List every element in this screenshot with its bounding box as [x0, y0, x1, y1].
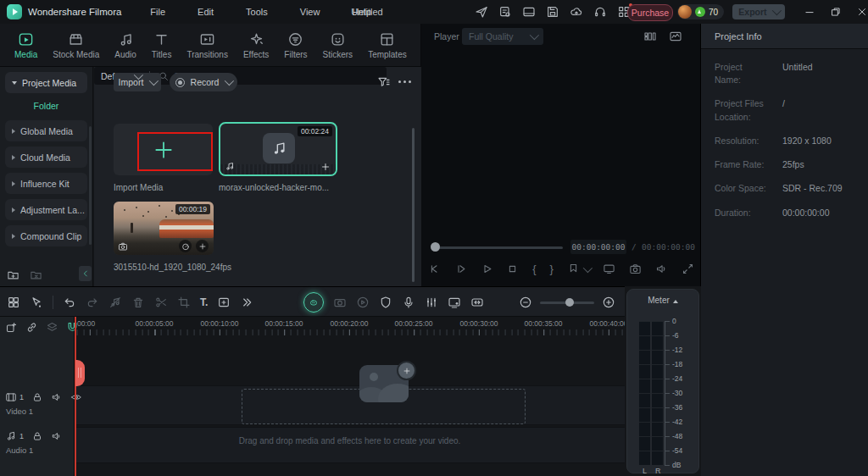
tab-transitions[interactable]: Transitions	[181, 31, 234, 59]
next-frame-button[interactable]	[454, 263, 467, 275]
minimize-button[interactable]	[804, 6, 815, 18]
menu-file[interactable]: File	[150, 7, 165, 17]
text-tool-button[interactable]: T.	[200, 296, 208, 308]
media-item-audio[interactable]: 00:02:24	[219, 122, 337, 176]
playhead-line[interactable]	[75, 317, 76, 476]
share-icon[interactable]	[475, 5, 488, 19]
screen-recorder-icon[interactable]	[448, 296, 461, 309]
speed-ramp-icon[interactable]	[333, 296, 347, 309]
timeline-ruler[interactable]: 00:00 00:00:05:00 00:00:10:00 00:00:15:0…	[75, 317, 625, 335]
tab-filters[interactable]: Filters	[278, 31, 313, 59]
mute-track-icon[interactable]	[51, 430, 63, 442]
layout-icon[interactable]	[522, 5, 536, 19]
fit-timeline-icon[interactable]	[470, 296, 484, 309]
tab-titles[interactable]: Titles	[146, 31, 178, 59]
media-browser-toggle-icon[interactable]	[7, 296, 20, 309]
previous-frame-button[interactable]	[428, 263, 441, 275]
media-item-video[interactable]: 00:00:19	[114, 202, 214, 255]
tab-stickers[interactable]: Stickers	[317, 31, 359, 59]
volume-button[interactable]	[655, 263, 668, 275]
menu-edit[interactable]: Edit	[198, 7, 214, 17]
cloud-upload-icon[interactable]	[570, 5, 583, 19]
account-credits[interactable]: 70	[677, 4, 724, 19]
snapshot-button[interactable]	[629, 263, 642, 275]
audio-mixer-icon[interactable]	[425, 296, 438, 309]
save-icon[interactable]	[546, 5, 559, 19]
undo-button[interactable]	[63, 296, 76, 309]
more-options-icon[interactable]	[398, 80, 412, 83]
copyright-shield-icon[interactable]	[379, 296, 392, 309]
new-folder-icon[interactable]	[7, 268, 19, 281]
clip-action-icons[interactable]	[179, 240, 209, 252]
add-to-timeline-icon[interactable]	[320, 162, 331, 172]
lock-track-icon[interactable]	[31, 391, 43, 403]
mark-in-button[interactable]: {	[532, 263, 536, 274]
filter-icon[interactable]	[377, 75, 391, 89]
voiceover-mic-icon[interactable]	[402, 296, 415, 309]
split-button[interactable]	[154, 296, 168, 309]
player-seek-bar[interactable]	[434, 246, 563, 249]
tab-effects[interactable]: Effects	[237, 31, 275, 59]
collapse-sidebar-button[interactable]	[79, 266, 92, 281]
timeline-zoom-slider[interactable]	[540, 302, 594, 304]
sidebar-item-folder[interactable]: Folder	[0, 97, 92, 115]
tab-stock-media[interactable]: Stock Media	[47, 31, 105, 59]
sidebar-item-cloud-media[interactable]: Cloud Media	[5, 147, 87, 168]
record-button[interactable]: Record	[170, 73, 237, 91]
mute-track-icon[interactable]	[51, 391, 63, 403]
menu-view[interactable]: View	[300, 7, 320, 17]
add-track-icon[interactable]	[5, 321, 18, 334]
export-button[interactable]: Export	[732, 4, 785, 19]
lock-track-icon[interactable]	[31, 430, 43, 442]
sidebar-item-influence-kit[interactable]: Influence Kit	[5, 173, 87, 194]
scope-icon[interactable]	[669, 30, 682, 43]
redo-button[interactable]	[86, 296, 99, 309]
sidebar-item-global-media[interactable]: Global Media	[5, 120, 87, 141]
crop-button[interactable]	[177, 296, 191, 309]
tab-audio[interactable]: Audio	[108, 31, 142, 59]
timeline-area[interactable]: 00:00 00:00:05:00 00:00:10:00 00:00:15:0…	[0, 317, 625, 476]
play-button[interactable]	[481, 263, 493, 275]
mark-out-button[interactable]: }	[549, 263, 553, 274]
sidebar-item-compound-clip[interactable]: Compound Clip	[5, 225, 87, 246]
ai-copilot-button[interactable]	[303, 292, 324, 313]
tab-templates[interactable]: Templates	[362, 31, 413, 59]
select-tool-icon[interactable]	[30, 296, 43, 309]
playhead-handle[interactable]	[75, 360, 85, 386]
purchase-button[interactable]: Purchase	[627, 4, 673, 21]
display-device-button[interactable]	[603, 263, 615, 275]
preview-render-icon[interactable]	[356, 296, 370, 309]
quality-dropdown[interactable]: Full Quality	[462, 28, 543, 45]
menu-tools[interactable]: Tools	[246, 7, 268, 17]
restore-button[interactable]	[830, 6, 842, 18]
zoom-in-icon[interactable]	[602, 296, 615, 309]
zoom-slider-thumb[interactable]	[565, 298, 574, 307]
media-scrollbar[interactable]	[412, 128, 415, 282]
sidebar-item-adjustment-layer[interactable]: Adjustment La...	[5, 199, 87, 220]
zoom-to-frame-icon[interactable]	[217, 296, 231, 309]
link-clips-icon[interactable]	[25, 321, 38, 334]
split-screen-icon[interactable]	[643, 30, 657, 43]
sidebar-item-project-media[interactable]: Project Media	[5, 72, 87, 93]
hide-track-icon[interactable]	[70, 391, 82, 403]
delete-folder-icon[interactable]	[30, 268, 42, 281]
add-to-timeline-icon[interactable]	[196, 240, 209, 252]
detach-audio-icon[interactable]	[108, 296, 122, 309]
sidebar-scrollbar[interactable]	[89, 126, 92, 245]
avatar[interactable]	[678, 5, 692, 19]
project-settings-icon[interactable]	[498, 5, 512, 19]
meter-header[interactable]: Meter	[627, 296, 698, 305]
tab-media[interactable]: Media	[8, 31, 43, 59]
delete-button[interactable]	[131, 296, 145, 309]
stop-button[interactable]	[506, 263, 519, 275]
more-tools-icon[interactable]	[240, 296, 253, 309]
seek-thumb[interactable]	[431, 242, 440, 252]
marker-button[interactable]	[567, 263, 590, 275]
fullscreen-button[interactable]	[682, 263, 694, 275]
layers-icon[interactable]	[46, 321, 58, 334]
snap-magnet-icon[interactable]	[66, 321, 79, 334]
zoom-out-icon[interactable]	[519, 296, 532, 309]
speed-icon[interactable]	[179, 240, 192, 252]
close-button[interactable]	[856, 6, 868, 18]
support-headset-icon[interactable]	[593, 5, 607, 19]
